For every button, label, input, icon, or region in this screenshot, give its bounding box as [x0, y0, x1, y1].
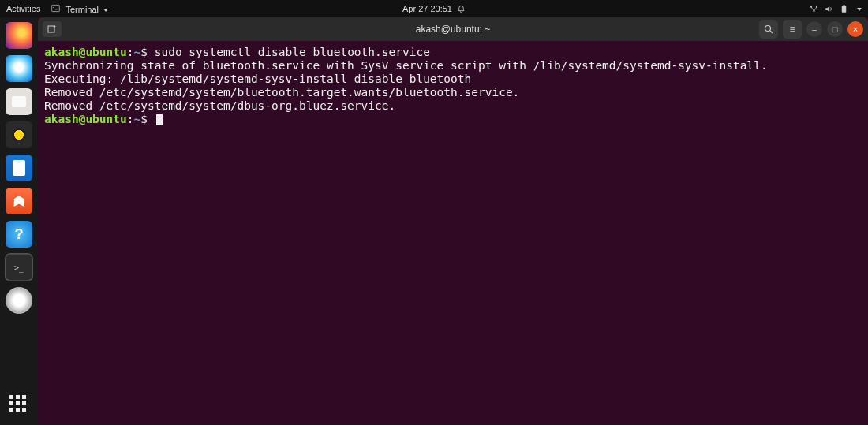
dock-firefox-icon[interactable] — [6, 22, 32, 49]
terminal-menu-icon — [51, 4, 60, 13]
window-title: akash@ubuntu: ~ — [416, 24, 491, 35]
clock[interactable]: Apr 27 20:51 — [402, 4, 466, 13]
dock: ? — [0, 17, 38, 425]
chevron-down-icon — [855, 4, 862, 13]
window-titlebar: akash@ubuntu: ~ ≡ – □ × — [38, 17, 868, 41]
show-applications-icon[interactable] — [9, 395, 28, 414]
close-button[interactable]: × — [847, 21, 863, 37]
app-menu-label: Terminal — [65, 5, 99, 14]
dock-writer-icon[interactable] — [6, 155, 32, 181]
search-button[interactable] — [759, 20, 778, 39]
gnome-topbar: Activities Terminal Apr 27 20:51 — [0, 0, 868, 17]
svg-rect-5 — [843, 5, 845, 6]
maximize-button[interactable]: □ — [827, 21, 843, 37]
clock-text: Apr 27 20:51 — [402, 4, 452, 13]
dock-files-icon[interactable] — [6, 88, 32, 115]
terminal-window: akash@ubuntu: ~ ≡ – □ × akash@ubuntu:~$ … — [38, 17, 868, 425]
battery-icon — [840, 5, 848, 13]
system-status-area[interactable] — [810, 4, 862, 13]
dock-terminal-icon[interactable] — [6, 254, 32, 281]
svg-rect-0 — [52, 5, 60, 11]
minimize-button[interactable]: – — [806, 21, 822, 37]
dock-help-icon[interactable]: ? — [6, 221, 32, 248]
terminal-body[interactable]: akash@ubuntu:~$ sudo systemctl disable b… — [38, 41, 868, 425]
svg-point-7 — [765, 26, 771, 32]
svg-rect-6 — [48, 26, 54, 32]
volume-icon — [825, 5, 833, 13]
search-icon — [764, 24, 773, 34]
activities-button[interactable]: Activities — [6, 4, 40, 13]
dock-software-icon[interactable] — [6, 188, 32, 214]
new-tab-button[interactable] — [43, 21, 62, 37]
dock-rhythmbox-icon[interactable] — [6, 121, 32, 148]
new-tab-icon — [47, 24, 57, 34]
dock-disc-icon[interactable] — [6, 287, 32, 314]
menu-button[interactable]: ≡ — [783, 20, 802, 39]
dock-thunderbird-icon[interactable] — [6, 55, 32, 82]
notification-icon — [457, 5, 466, 13]
svg-rect-4 — [842, 6, 847, 12]
network-icon — [810, 5, 818, 13]
app-menu[interactable]: Terminal — [51, 4, 108, 14]
